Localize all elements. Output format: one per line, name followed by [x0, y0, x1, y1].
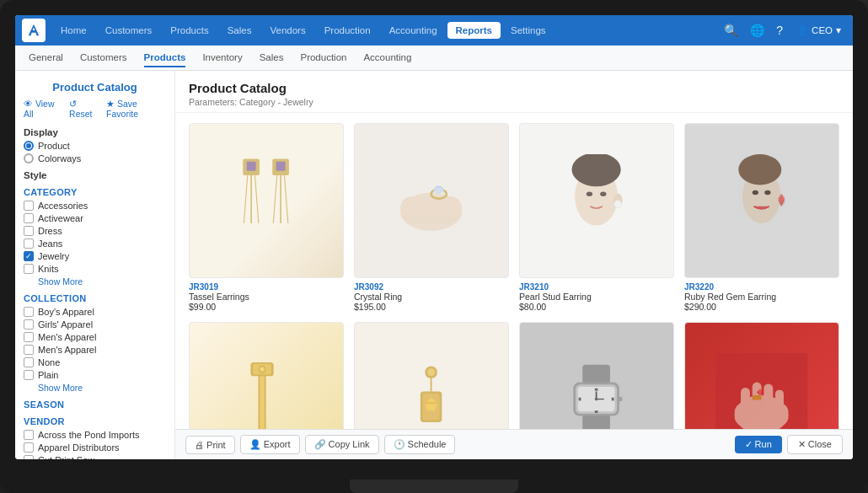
vendor-cut[interactable]: Cut Print Sew	[24, 455, 166, 459]
sub-nav-accounting[interactable]: Accounting	[363, 49, 411, 67]
product-name-jr3220: Ruby Red Gem Earring	[684, 292, 839, 302]
cat-accessories[interactable]: Accessories	[24, 201, 166, 211]
copy-link-button[interactable]: 🔗 Copy Link	[305, 435, 379, 454]
product-card-jr3820[interactable]: JR3820 Single Earring $60.00	[354, 322, 509, 429]
product-card-jr3220[interactable]: JR3220 Ruby Red Gem Earring $290.00	[684, 123, 839, 312]
sub-nav-production[interactable]: Production	[300, 49, 346, 67]
cat-activewear[interactable]: Activewear	[24, 213, 166, 223]
svg-point-32	[260, 367, 265, 372]
top-nav: Home Customers Products Sales Vendors Pr…	[15, 15, 853, 46]
vendor-across[interactable]: Across the Pond Imports	[24, 430, 166, 440]
col-mens1[interactable]: Men's Apparel	[24, 332, 166, 342]
col-boys[interactable]: Boy's Apparel	[24, 307, 166, 317]
reset-link[interactable]: ↺ Reset	[69, 99, 99, 119]
col-plain[interactable]: Plain	[24, 370, 166, 380]
user-menu[interactable]: 👤 CEO ▾	[791, 23, 846, 38]
product-card-jr4950[interactable]: JR4950 Red Jewel Ring $360.00	[684, 322, 839, 429]
sub-nav: General Customers Products Inventory Sal…	[15, 46, 853, 71]
display-section-title: Display	[24, 127, 166, 137]
svg-point-19	[601, 192, 607, 196]
collection-section-title: Collection	[24, 293, 166, 303]
product-image-jr3299	[189, 322, 344, 429]
product-card-jr3092[interactable]: JR3092 Crystal Ring $195.00	[354, 123, 509, 312]
col-girls[interactable]: Girls' Apparel	[24, 319, 166, 330]
user-label: CEO	[812, 25, 833, 35]
schedule-button[interactable]: 🕐 Schedule	[384, 435, 456, 454]
sub-nav-inventory[interactable]: Inventory	[202, 49, 242, 67]
laptop-base	[350, 480, 518, 493]
bottom-bar: 🖨 Print 👤 Export 🔗 Copy Link 🕐 Schedule …	[175, 429, 853, 459]
cat-dress[interactable]: Dress	[24, 226, 166, 236]
product-grid: JR3019 Tassel Earrings $99.00	[175, 113, 853, 429]
nav-customers[interactable]: Customers	[97, 22, 161, 39]
cat-jewelry[interactable]: ✓Jewelry	[24, 251, 166, 261]
product-card-jr3299[interactable]: JR3299 Gold Barrett $180.00	[189, 322, 344, 429]
sub-nav-customers[interactable]: Customers	[80, 49, 127, 67]
category-section-title: Category	[24, 187, 166, 197]
nav-right: 🔍 🌐 ? 👤 CEO ▾	[721, 22, 846, 39]
cat-jeans[interactable]: Jeans	[24, 238, 166, 249]
product-image-jr3092	[354, 123, 509, 278]
nav-home[interactable]: Home	[52, 22, 95, 39]
view-all-link[interactable]: 👁 View All	[24, 99, 62, 119]
nav-sales[interactable]: Sales	[219, 22, 260, 39]
product-code-jr3210: JR3210	[519, 282, 674, 292]
nav-production[interactable]: Production	[316, 22, 379, 39]
product-name-jr3019: Tassel Earrings	[189, 292, 344, 302]
save-favorite-link[interactable]: ★ Save Favorite	[106, 99, 166, 119]
product-card-jr3210[interactable]: JR3210 Pearl Stud Earring $80.00	[519, 123, 674, 312]
search-icon[interactable]: 🔍	[721, 22, 742, 39]
sidebar-actions: 👁 View All ↺ Reset ★ Save Favorite	[24, 99, 166, 119]
product-image-jr4950	[684, 322, 839, 429]
sub-nav-general[interactable]: General	[29, 49, 63, 67]
svg-point-25	[753, 190, 758, 195]
col-none[interactable]: None	[24, 357, 166, 367]
globe-icon[interactable]: 🌐	[747, 22, 768, 39]
svg-rect-52	[618, 397, 622, 401]
display-product-option[interactable]: Product	[24, 141, 166, 151]
product-price-jr3092: $195.00	[354, 302, 509, 312]
svg-point-15	[572, 154, 621, 186]
svg-point-51	[595, 398, 598, 401]
help-icon[interactable]: ?	[773, 22, 786, 39]
sub-nav-sales[interactable]: Sales	[260, 49, 284, 67]
nav-settings[interactable]: Settings	[502, 22, 555, 39]
report-params: Parameters: Category - Jewelry	[189, 97, 839, 107]
svg-rect-11	[401, 196, 463, 223]
run-button[interactable]: ✓ Run	[735, 436, 782, 453]
svg-rect-60	[753, 395, 762, 399]
product-card-jr3019[interactable]: JR3019 Tassel Earrings $99.00	[189, 123, 344, 312]
product-card-jr3922[interactable]: JR3922 Chrome Watch $299.00	[519, 322, 674, 429]
bottom-left: 🖨 Print 👤 Export 🔗 Copy Link 🕐 Schedule	[185, 435, 455, 454]
print-button[interactable]: 🖨 Print	[185, 436, 235, 454]
collection-show-more[interactable]: Show More	[38, 383, 166, 393]
col-mens2[interactable]: Men's Apparel	[24, 345, 166, 355]
nav-products[interactable]: Products	[162, 22, 217, 39]
svg-rect-58	[764, 384, 774, 407]
category-show-more[interactable]: Show More	[38, 276, 166, 287]
nav-accounting[interactable]: Accounting	[381, 22, 446, 39]
product-image-jr3820	[354, 322, 509, 429]
svg-rect-45	[595, 389, 598, 391]
cat-knits[interactable]: Knits	[24, 264, 166, 274]
svg-rect-48	[612, 398, 614, 401]
style-section-title: Style	[24, 170, 166, 180]
sidebar-title: Product Catalog	[24, 81, 166, 94]
sub-nav-products[interactable]: Products	[144, 49, 186, 67]
laptop-frame: Home Customers Products Sales Vendors Pr…	[0, 0, 868, 493]
vendor-apparel[interactable]: Apparel Distributors	[24, 442, 166, 453]
svg-point-21	[739, 154, 782, 185]
product-name-jr3092: Crystal Ring	[354, 292, 509, 302]
export-button[interactable]: 👤 Export	[240, 435, 300, 454]
nav-logo[interactable]	[22, 19, 46, 42]
nav-vendors[interactable]: Vendors	[261, 22, 313, 39]
svg-rect-40	[583, 365, 611, 384]
display-radio-group: Product Colorways	[24, 141, 166, 163]
display-colorways-option[interactable]: Colorways	[24, 153, 166, 163]
product-price-jr3019: $99.00	[189, 302, 344, 312]
svg-rect-59	[775, 390, 784, 409]
nav-reports[interactable]: Reports	[447, 22, 501, 39]
svg-line-4	[255, 176, 259, 224]
close-button[interactable]: ✕ Close	[787, 435, 843, 454]
user-icon: 👤	[796, 24, 808, 36]
